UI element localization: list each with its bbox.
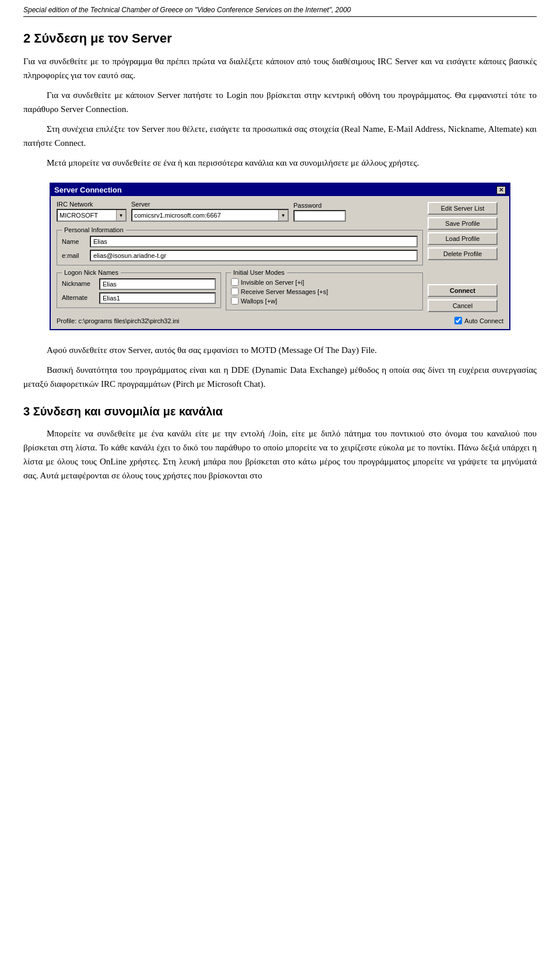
nick-section: Logon Nick Names Nickname Alternate xyxy=(57,269,221,314)
mode1-label: Invisible on Server [+i] xyxy=(241,279,304,286)
modes-legend: Initial User Modes xyxy=(231,269,287,276)
irc-network-input[interactable] xyxy=(58,210,116,221)
load-profile-button[interactable]: Load Profile xyxy=(428,232,498,245)
dialog-title: Server Connection xyxy=(54,186,122,194)
server-combo[interactable]: ▼ xyxy=(131,209,289,222)
mode3-row: Wallops [+w] xyxy=(231,297,418,305)
server-connection-dialog: Server Connection ✕ IRC Network ▼ xyxy=(50,183,510,330)
nickname-input[interactable] xyxy=(99,278,216,290)
personal-info-grid: Name e:mail xyxy=(62,236,418,261)
server-dropdown-arrow[interactable]: ▼ xyxy=(278,210,288,221)
personal-info-legend: Personal Information xyxy=(62,226,126,233)
button-spacer xyxy=(428,263,503,282)
name-input[interactable] xyxy=(90,236,418,247)
section3-title: 3 Σύνδεση και συνομιλία με κανάλια xyxy=(23,405,537,418)
dialog-titlebar: Server Connection ✕ xyxy=(51,184,509,196)
section2-para4: Μετά μπορείτε να συνδεθείτε σε ένα ή και… xyxy=(23,156,537,170)
bottom-sections: Logon Nick Names Nickname Alternate xyxy=(57,269,423,314)
password-group: Password xyxy=(293,202,346,222)
mode1-checkbox[interactable] xyxy=(231,278,239,286)
email-input[interactable] xyxy=(90,250,418,261)
dialog-content: IRC Network ▼ Server ▼ xyxy=(51,196,509,329)
section2-para3: Στη συνέχεια επιλέξτε τον Server που θέλ… xyxy=(23,122,537,150)
server-label: Server xyxy=(131,201,289,208)
mode1-row: Invisible on Server [+i] xyxy=(231,278,418,286)
password-label: Password xyxy=(293,202,346,209)
after-dialog-para2: Βασική δυνατότητα του προγράμματος είναι… xyxy=(23,363,537,391)
modes-fieldset: Initial User Modes Invisible on Server [… xyxy=(226,269,423,310)
section2-para2: Για να συνδεθείτε με κάποιον Server πατή… xyxy=(23,88,537,116)
password-input[interactable] xyxy=(293,210,346,222)
irc-network-group: IRC Network ▼ xyxy=(57,201,127,222)
profile-row: Profile: c:\programs files\pirch32\pirch… xyxy=(57,317,423,324)
after-dialog-para1: Αφού συνδεθείτε στον Server, αυτός θα σα… xyxy=(23,343,537,357)
dialog-left-panel: IRC Network ▼ Server ▼ xyxy=(57,201,423,324)
top-row: IRC Network ▼ Server ▼ xyxy=(57,201,423,222)
dialog-wrapper: Server Connection ✕ IRC Network ▼ xyxy=(50,183,510,330)
edit-server-list-button[interactable]: Edit Server List xyxy=(428,202,498,215)
save-profile-button[interactable]: Save Profile xyxy=(428,217,498,230)
alternate-label: Alternate xyxy=(62,294,97,301)
logon-fieldset: Logon Nick Names Nickname Alternate xyxy=(57,269,221,308)
irc-network-combo[interactable]: ▼ xyxy=(57,209,127,222)
server-group: Server ▼ xyxy=(131,201,289,222)
nick-grid: Nickname Alternate xyxy=(62,278,216,304)
auto-connect-row: Auto Connect xyxy=(428,317,503,324)
cancel-button[interactable]: Cancel xyxy=(428,299,498,312)
modes-section: Initial User Modes Invisible on Server [… xyxy=(226,269,423,314)
irc-network-label: IRC Network xyxy=(57,201,127,208)
name-label: Name xyxy=(62,238,88,245)
alternate-input[interactable] xyxy=(99,292,216,304)
page-header: Special edition of the Technical Chamber… xyxy=(23,6,537,17)
auto-connect-label: Auto Connect xyxy=(464,317,503,324)
delete-profile-button[interactable]: Delete Profile xyxy=(428,247,498,260)
connect-button[interactable]: Connect xyxy=(428,284,498,297)
mode2-checkbox[interactable] xyxy=(231,288,239,295)
mode2-label: Receive Server Messages [+s] xyxy=(241,288,328,295)
mode2-row: Receive Server Messages [+s] xyxy=(231,288,418,295)
irc-network-dropdown-arrow[interactable]: ▼ xyxy=(116,210,125,221)
auto-connect-checkbox[interactable] xyxy=(454,317,462,324)
section2-para1: Για να συνδεθείτε με το πρόγραμμα θα πρέ… xyxy=(23,54,537,82)
dialog-close-button[interactable]: ✕ xyxy=(496,186,506,194)
dialog-right-panel: Edit Server List Save Profile Load Profi… xyxy=(428,201,503,324)
nickname-label: Nickname xyxy=(62,280,97,287)
mode3-checkbox[interactable] xyxy=(231,297,239,305)
mode3-label: Wallops [+w] xyxy=(241,298,277,305)
section3-para1: Μπορείτε να συνδεθείτε με ένα κανάλι είτ… xyxy=(23,426,537,483)
logon-legend: Logon Nick Names xyxy=(62,269,121,276)
email-label: e:mail xyxy=(62,252,88,259)
section2-title: 2 Σύνδεση με τον Server xyxy=(23,31,537,46)
personal-info-fieldset: Personal Information Name e:mail xyxy=(57,226,423,265)
server-input[interactable] xyxy=(132,210,278,221)
header-text: Special edition of the Technical Chamber… xyxy=(23,6,351,14)
